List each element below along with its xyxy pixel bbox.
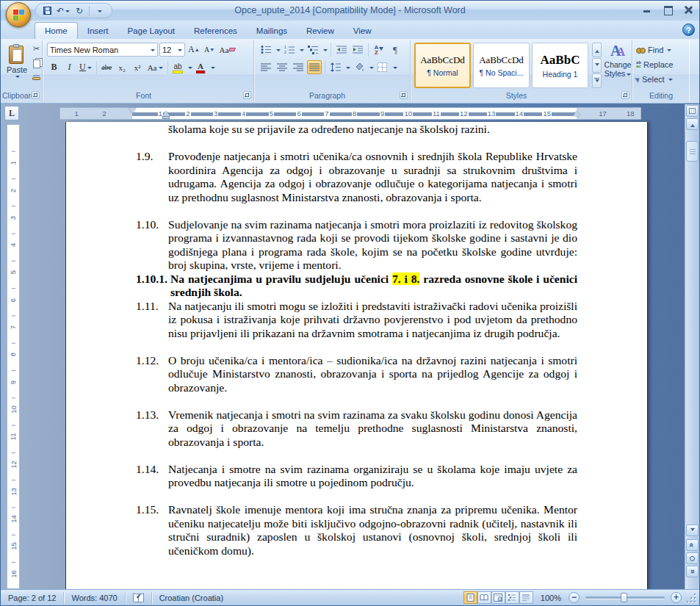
ribbon-tab[interactable]: Page Layout <box>118 23 184 39</box>
justify-button[interactable] <box>307 60 322 74</box>
left-indent-marker[interactable] <box>162 116 170 119</box>
ribbon-tab[interactable]: Mailings <box>247 23 297 39</box>
document-page[interactable]: školama koje su se prijavile za određeno… <box>65 122 648 589</box>
previous-page-button[interactable]: « <box>686 539 699 551</box>
ribbon-tab[interactable]: Review <box>297 23 344 39</box>
word-count-indicator[interactable]: Words: 4070 <box>64 592 125 604</box>
tab-stop-selector[interactable]: L <box>4 106 19 120</box>
gallery-more-button[interactable] <box>592 73 602 88</box>
paste-button[interactable]: Paste <box>4 42 29 89</box>
chevron-down-icon[interactable] <box>188 67 192 71</box>
scroll-down-button[interactable] <box>686 524 699 536</box>
next-page-button[interactable]: « <box>686 566 699 577</box>
bullets-button[interactable] <box>259 43 273 57</box>
zoom-out-button[interactable]: − <box>569 592 580 603</box>
paragraph-continuation[interactable]: školama koje su se prijavile za određeno… <box>168 123 577 137</box>
right-indent-marker[interactable] <box>573 111 580 116</box>
redo-button[interactable]: ↻ <box>73 4 86 17</box>
office-button[interactable] <box>6 2 31 27</box>
styles-dialog-launcher[interactable] <box>621 91 629 99</box>
replace-button[interactable]: abac Replace <box>636 58 673 71</box>
zoom-slider-track[interactable] <box>585 596 665 599</box>
bold-button[interactable]: B <box>47 60 61 74</box>
chevron-down-icon[interactable] <box>369 67 374 71</box>
borders-button[interactable] <box>375 60 390 74</box>
chevron-down-icon[interactable] <box>346 67 350 71</box>
zoom-level[interactable]: 100% <box>536 594 566 602</box>
resize-grip[interactable] <box>686 593 696 603</box>
ribbon-tab[interactable]: Home <box>35 22 78 39</box>
ribbon-tab[interactable]: References <box>184 23 247 39</box>
decrease-indent-button[interactable] <box>334 43 349 57</box>
first-line-indent-marker[interactable] <box>129 108 136 113</box>
style-thumbnail[interactable]: AaBbC Heading 1 <box>532 43 588 88</box>
find-button[interactable]: Find <box>636 43 671 57</box>
align-left-button[interactable] <box>259 60 273 74</box>
shading-button[interactable] <box>352 60 367 74</box>
subscript-button[interactable]: x₂ <box>115 60 129 74</box>
text-highlight-button[interactable]: ab <box>171 60 185 74</box>
save-button[interactable] <box>40 4 54 17</box>
align-center-button[interactable] <box>275 60 289 74</box>
style-thumbnail[interactable]: AaBbCcDd ¶ No Spaci... <box>473 43 530 88</box>
style-thumbnail[interactable]: AaBbCcDd ¶ Normal <box>414 43 471 88</box>
font-dialog-launcher[interactable] <box>243 91 251 99</box>
chevron-down-icon[interactable] <box>300 49 304 54</box>
vertical-ruler[interactable]: 1234567891011121314151617 <box>7 124 20 589</box>
change-styles-button[interactable]: AA Change Styles <box>604 43 632 90</box>
list-item-1-15[interactable]: 1.15. Ravnatelj škole imenuje mentora ko… <box>136 503 577 558</box>
zoom-slider-thumb[interactable] <box>621 593 627 602</box>
show-hide-marks-button[interactable]: ¶ <box>388 43 403 57</box>
superscript-button[interactable]: x² <box>131 60 145 74</box>
format-painter-button[interactable] <box>30 72 43 84</box>
hanging-indent-marker[interactable] <box>162 111 170 116</box>
proofing-status[interactable]: ✓ <box>126 592 152 604</box>
ribbon-tab[interactable]: Insert <box>78 23 118 39</box>
gallery-scroll-up-button[interactable] <box>592 43 602 57</box>
vertical-scrollbar[interactable]: « « <box>685 104 699 589</box>
web-layout-view-button[interactable] <box>491 591 505 604</box>
list-item-1-9[interactable]: 1.9. Provođenje natjecanja i smotri učen… <box>136 150 577 204</box>
list-item-1-14[interactable]: 1.14. Natjecanja i smotre na svim razina… <box>136 463 577 490</box>
minimize-button[interactable] <box>642 5 652 14</box>
list-item-1-13[interactable]: 1.13. Vremenik natjecanja i smotri na sv… <box>136 408 577 450</box>
shrink-font-button[interactable]: A▼ <box>203 43 217 57</box>
gallery-scroll-down-button[interactable] <box>592 58 602 73</box>
chevron-down-icon[interactable] <box>323 49 328 54</box>
select-button[interactable]: Select <box>636 73 673 86</box>
outline-view-button[interactable] <box>505 591 519 604</box>
chevron-down-icon[interactable] <box>211 67 215 71</box>
copy-button[interactable] <box>30 57 43 70</box>
cut-button[interactable]: ✂ <box>30 43 43 55</box>
zoom-in-button[interactable]: + <box>671 592 682 603</box>
customize-qat-button[interactable] <box>93 4 106 17</box>
language-indicator[interactable]: Croatian (Croatia) <box>152 592 231 604</box>
undo-button[interactable]: ↶ <box>57 4 70 17</box>
font-color-button[interactable]: A <box>194 60 208 74</box>
list-item-1-10-1[interactable]: 1.10.1. Na natjecanjima u pravilu sudjel… <box>136 273 577 300</box>
paragraph-dialog-launcher[interactable] <box>400 91 408 99</box>
ribbon-tab[interactable]: View <box>344 23 381 39</box>
multilevel-list-button[interactable] <box>306 43 320 57</box>
scroll-up-button[interactable] <box>686 118 699 130</box>
list-item-1-12[interactable]: 1.12. O broju učenika/ca i mentora/ica –… <box>136 354 577 395</box>
draft-view-button[interactable] <box>519 591 533 604</box>
close-button[interactable] <box>683 5 693 14</box>
select-browse-object-button[interactable] <box>686 552 699 564</box>
help-button[interactable]: ? <box>682 24 695 36</box>
page-number-indicator[interactable]: Page: 2 of 12 <box>1 592 64 604</box>
ruler-toggle-button[interactable] <box>686 105 699 117</box>
grow-font-button[interactable]: A▲ <box>187 43 201 57</box>
scrollbar-thumb[interactable] <box>686 141 699 162</box>
numbering-button[interactable]: 12 <box>282 43 297 57</box>
chevron-down-icon[interactable] <box>393 67 397 71</box>
print-layout-view-button[interactable] <box>463 591 477 604</box>
list-item-1-10[interactable]: 1.10. Sudjelovanje na svim razinama natj… <box>136 218 577 273</box>
change-case-button[interactable]: Aa <box>146 60 165 74</box>
font-size-combo[interactable]: 12 <box>159 43 185 57</box>
align-right-button[interactable] <box>291 60 306 74</box>
horizontal-ruler[interactable]: 21 123456789101112131415 1718 <box>59 107 641 120</box>
clear-formatting-button[interactable]: Aa <box>218 43 237 57</box>
line-spacing-button[interactable] <box>328 60 343 74</box>
clipboard-dialog-launcher[interactable] <box>32 91 40 99</box>
